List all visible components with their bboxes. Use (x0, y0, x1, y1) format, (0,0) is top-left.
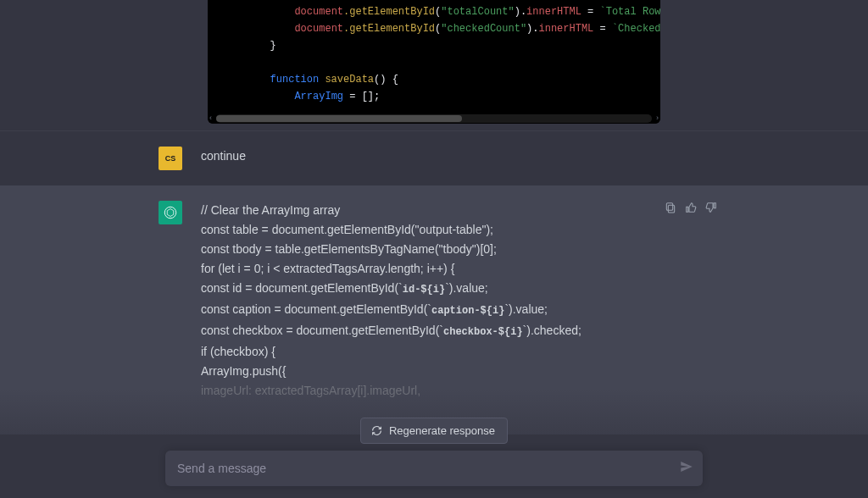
assistant-code-line: for (let i = 0; i < extractedTagsArray.l… (201, 259, 709, 279)
send-icon (679, 459, 694, 474)
regenerate-wrap: Regenerate response (360, 418, 508, 444)
thumbs-down-icon[interactable] (704, 201, 718, 218)
user-message-text: continue (201, 147, 709, 166)
message-actions (664, 201, 718, 218)
assistant-code-line: const id = document.getElementById(`id-$… (201, 279, 709, 300)
previous-assistant-section: document.getElementById("totalCount").in… (0, 0, 868, 130)
regenerate-button[interactable]: Regenerate response (360, 418, 508, 444)
send-button[interactable] (679, 459, 694, 478)
openai-logo-icon (163, 205, 178, 220)
message-input-bar (165, 451, 703, 486)
message-input[interactable] (177, 462, 665, 475)
code-horizontal-scrollbar[interactable]: ‹ › (208, 113, 660, 124)
thumbs-up-icon[interactable] (684, 201, 698, 218)
code-content: document.getElementById("totalCount").in… (208, 0, 660, 113)
scroll-right-arrow[interactable]: › (656, 113, 659, 122)
refresh-icon (371, 425, 382, 436)
assistant-message-text: // Clear the ArrayImg arrayconst table =… (201, 201, 709, 401)
code-block: document.getElementById("totalCount").in… (208, 0, 660, 124)
assistant-code-line: if (checkbox) { (201, 342, 709, 362)
assistant-code-line: const tbody = table.getElementsByTagName… (201, 240, 709, 259)
code-block-wrap: document.getElementById("totalCount").in… (0, 0, 868, 130)
assistant-code-line: imageUrl: extractedTagsArray[i].imageUrl… (201, 381, 709, 401)
regenerate-label: Regenerate response (389, 424, 495, 437)
copy-icon[interactable] (664, 201, 677, 218)
user-message-row: CS continue (0, 130, 868, 185)
assistant-code-line: const checkbox = document.getElementById… (201, 321, 709, 342)
svg-rect-2 (666, 203, 672, 211)
assistant-avatar (159, 201, 182, 224)
svg-rect-1 (668, 205, 674, 213)
assistant-code-line: const caption = document.getElementById(… (201, 300, 709, 321)
assistant-message-row: // Clear the ArrayImg arrayconst table =… (0, 185, 868, 434)
assistant-code-line: const table = document.getElementById("o… (201, 220, 709, 240)
scrollbar-thumb[interactable] (216, 115, 462, 122)
assistant-code-line: ArrayImg.push({ (201, 362, 709, 381)
user-avatar: CS (159, 147, 182, 170)
scroll-left-arrow[interactable]: ‹ (209, 113, 212, 122)
assistant-code-line: // Clear the ArrayImg array (201, 201, 709, 220)
